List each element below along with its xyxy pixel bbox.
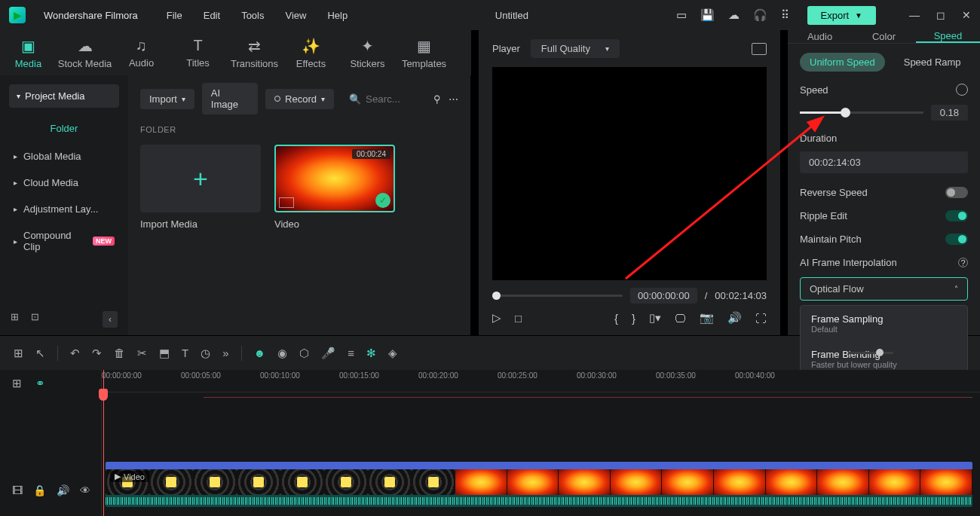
new-bin-icon[interactable]: ⊡ [31,311,39,328]
sidebar-item-global-media[interactable]: ▸Global Media [0,143,128,169]
support-icon[interactable]: 🎧 [753,8,767,22]
sidebar-item-adjustment-layer[interactable]: ▸Adjustment Lay... [0,196,128,222]
collapse-sidebar-button[interactable]: ‹ [103,311,118,328]
quality-select[interactable]: Full Quality▾ [531,39,620,58]
subtab-speed-ramp[interactable]: Speed Ramp [894,53,971,72]
subtab-uniform-speed[interactable]: Uniform Speed [800,53,885,72]
tab-effects[interactable]: ✨Effects [283,30,339,75]
delete-icon[interactable]: 🗑 [114,347,125,359]
more-icon[interactable]: ⋯ [449,93,458,105]
media-thumbnail-video[interactable]: 00:00:24 ✓ Video [274,145,395,230]
menu-view[interactable]: View [285,10,306,21]
tab-transitions[interactable]: ⇄Transitions [226,30,283,75]
folder-tab[interactable]: Folder [0,117,128,143]
filter-icon[interactable]: ⚲ [433,93,441,105]
maximize-icon[interactable]: ◻ [936,9,945,21]
option-frame-sampling[interactable]: Frame SamplingDefault [801,306,967,341]
tab-color-props[interactable]: Color [852,30,916,43]
menu-tools[interactable]: Tools [241,10,264,21]
snapshot-icon[interactable] [752,43,767,55]
close-icon[interactable]: ✕ [962,9,971,21]
text-icon[interactable]: T [182,347,188,359]
shield-icon[interactable]: ⬡ [299,347,309,360]
tab-audio[interactable]: ♫Audio [113,30,170,75]
timeline-clip[interactable]: ▶ Video [106,462,972,507]
link-icon[interactable]: ⚭ [35,377,45,390]
more-tools-icon[interactable]: » [222,347,228,359]
slider-handle[interactable] [841,108,850,118]
play-icon[interactable]: ▷ [492,311,501,325]
menu-edit[interactable]: Edit [204,10,220,21]
tab-titles[interactable]: TTitles [170,30,226,75]
mark-out-icon[interactable]: } [632,312,635,325]
stop-icon[interactable]: □ [515,312,522,325]
help-icon[interactable]: ? [958,258,968,267]
split-icon[interactable]: ✂ [137,347,147,360]
layout-icon[interactable]: ▭ [676,8,687,22]
tab-speed-props[interactable]: Speed [916,30,980,43]
search-field[interactable] [366,93,426,105]
ripple-toggle[interactable] [945,210,968,221]
chevron-down-icon: ▾ [182,95,185,103]
ai-image-button[interactable]: AI Image [202,83,258,114]
pitch-toggle[interactable] [945,234,968,245]
reverse-toggle[interactable] [945,187,968,198]
lock-icon[interactable]: 🔒 [33,484,46,496]
volume-icon[interactable]: 🔊 [727,311,742,325]
camera-icon[interactable]: 📷 [700,311,714,325]
sidebar-item-compound-clip[interactable]: ▸Compound ClipNEW [0,222,128,260]
speed-icon[interactable]: ◷ [201,347,210,360]
crop-icon[interactable]: ⬒ [159,347,170,360]
tab-audio-props[interactable]: Audio [788,30,852,43]
undo-icon[interactable]: ↶ [70,347,80,360]
timeline-ruler[interactable]: 00:00:00:00 00:00:05:00 00:00:10:00 00:0… [102,370,980,392]
record-button[interactable]: Record▾ [265,89,334,109]
speed-slider[interactable] [800,111,923,114]
zoom-slider[interactable] [848,352,893,354]
speed-value[interactable]: 0.18 [931,105,968,121]
import-media-tile[interactable]: + Import Media [140,145,261,230]
keyframe-icon[interactable]: ◈ [388,347,397,360]
menu-file[interactable]: File [167,10,182,21]
menu-help[interactable]: Help [327,10,348,21]
tab-templates[interactable]: ▦Templates [396,30,452,75]
crop-icon[interactable]: ▯▾ [649,311,661,325]
align-icon[interactable]: ≡ [348,347,354,359]
tab-stock-media[interactable]: ☁Stock Media [57,30,113,75]
export-button[interactable]: Export ▼ [807,6,876,25]
scrub-handle[interactable] [492,292,501,300]
color-wheel-icon[interactable]: ◉ [277,347,287,360]
add-track-icon[interactable]: ⊞ [12,377,22,390]
save-icon[interactable]: 💾 [700,8,715,22]
import-button[interactable]: Import▾ [140,89,194,109]
mark-in-icon[interactable]: { [614,312,618,325]
add-icon[interactable]: ⊞ [14,347,23,360]
marker-icon[interactable]: ✻ [366,347,376,360]
export-label: Export [821,10,850,21]
fullscreen-icon[interactable]: ⛶ [755,312,767,325]
sidebar-item-cloud-media[interactable]: ▸Cloud Media [0,169,128,196]
mute-icon[interactable]: 🔊 [57,484,69,496]
reset-speed-icon[interactable] [956,84,968,96]
redo-icon[interactable]: ↷ [92,347,102,360]
pointer-icon[interactable]: ↖ [35,347,45,360]
track-header-video[interactable]: 🎞 🔒 🔊 👁 [0,484,102,496]
search-input[interactable]: 🔍 [341,93,426,105]
minimize-icon[interactable]: — [909,9,920,21]
apps-icon[interactable]: ⠿ [781,8,789,22]
project-media-header[interactable]: ▾Project Media [9,84,119,108]
ai-icon[interactable]: ☻ [254,347,266,359]
playhead[interactable] [103,370,104,516]
tab-media[interactable]: ▣Media [0,30,57,75]
preview-canvas[interactable] [492,67,767,280]
new-folder-icon[interactable]: ⊞ [11,311,19,328]
display-icon[interactable]: 🖵 [675,312,686,325]
playhead-handle[interactable] [99,389,108,401]
scrub-slider[interactable] [492,295,623,297]
tab-stickers[interactable]: ✦Stickers [339,30,396,75]
cloud-icon[interactable]: ☁ [728,8,740,22]
interpolation-select[interactable]: Optical Flow˄ [800,277,968,301]
visibility-icon[interactable]: 👁 [80,484,90,496]
mic-icon[interactable]: 🎤 [321,347,335,360]
duration-input[interactable]: 00:02:14:03 [800,151,968,173]
